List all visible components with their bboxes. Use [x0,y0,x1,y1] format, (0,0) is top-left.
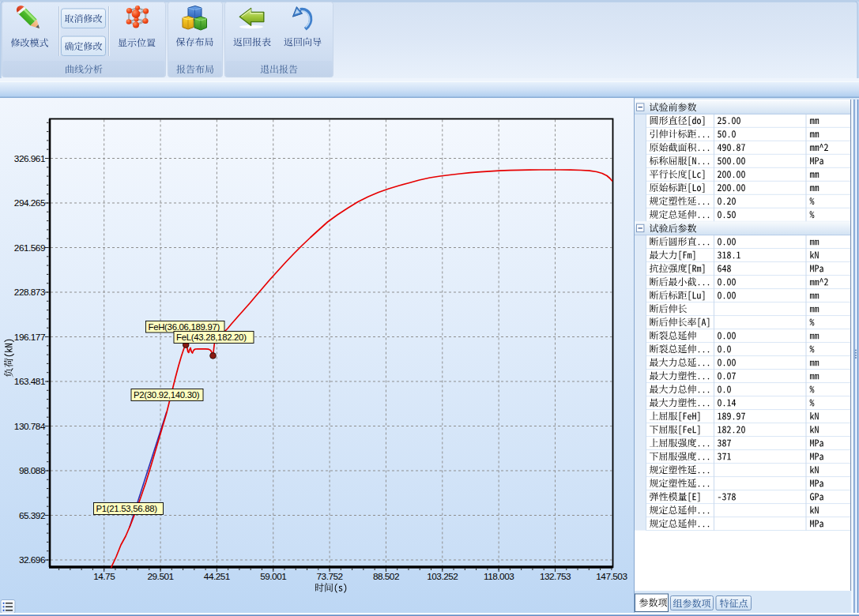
svg-text:228.873: 228.873 [14,287,46,298]
svg-text:P2(30.92,140.30): P2(30.92,140.30) [134,390,200,400]
svg-text:FeL(43.28,182.20): FeL(43.28,182.20) [176,332,247,342]
svg-text:118.003: 118.003 [484,571,514,582]
svg-text:FeH(36.06,189.97): FeH(36.06,189.97) [149,322,220,332]
svg-text:326.961: 326.961 [14,153,45,164]
svg-text:98.088: 98.088 [19,465,46,476]
svg-text:147.503: 147.503 [596,571,627,582]
svg-text:32.696: 32.696 [19,554,46,565]
svg-text:73.752: 73.752 [317,571,343,582]
svg-text:65.392: 65.392 [19,510,45,521]
svg-text:163.481: 163.481 [14,376,45,387]
svg-text:261.569: 261.569 [14,242,45,254]
svg-text:P1(21.53,56.88): P1(21.53,56.88) [96,504,158,513]
svg-text:59.001: 59.001 [260,571,286,582]
svg-text:103.252: 103.252 [427,571,458,582]
svg-text:132.753: 132.753 [540,571,571,582]
svg-text:29.501: 29.501 [148,571,174,582]
svg-text:196.177: 196.177 [14,332,45,343]
svg-text:88.502: 88.502 [373,571,399,582]
svg-text:44.251: 44.251 [204,571,230,582]
svg-text:14.75: 14.75 [93,571,115,582]
svg-text:294.265: 294.265 [14,197,46,208]
svg-text:130.784: 130.784 [14,421,46,432]
